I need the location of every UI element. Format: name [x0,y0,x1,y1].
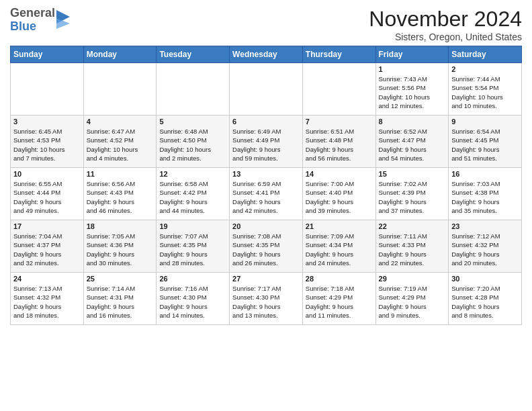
week-row-4: 24Sunrise: 7:13 AMSunset: 4:32 PMDayligh… [11,273,522,325]
cell-3-0: 17Sunrise: 7:04 AMSunset: 4:37 PMDayligh… [11,220,84,273]
day-number-1-0: 3 [13,118,81,126]
day-number-1-5: 8 [379,118,446,126]
day-info-1-1: Sunrise: 6:47 AMSunset: 4:52 PMDaylight:… [87,127,154,163]
day-number-2-5: 15 [379,170,446,178]
day-number-3-3: 20 [232,222,300,230]
day-number-3-5: 22 [379,222,446,230]
cell-3-4: 21Sunrise: 7:09 AMSunset: 4:34 PMDayligh… [302,220,375,273]
cell-0-5: 1Sunrise: 7:43 AMSunset: 5:56 PMDaylight… [375,63,449,116]
cell-1-0: 3Sunrise: 6:45 AMSunset: 4:53 PMDaylight… [11,116,84,168]
day-info-1-2: Sunrise: 6:48 AMSunset: 4:50 PMDaylight:… [159,127,226,163]
cell-2-1: 11Sunrise: 6:56 AMSunset: 4:43 PMDayligh… [83,168,157,220]
cell-2-2: 12Sunrise: 6:58 AMSunset: 4:42 PMDayligh… [157,168,230,220]
day-number-2-6: 16 [451,170,519,178]
day-number-1-1: 4 [87,118,154,126]
day-number-2-2: 12 [159,170,226,178]
cell-1-4: 7Sunrise: 6:51 AMSunset: 4:48 PMDaylight… [302,116,375,168]
day-number-1-3: 6 [232,118,300,126]
day-info-4-0: Sunrise: 7:13 AMSunset: 4:32 PMDaylight:… [13,284,81,320]
calendar-table: Sunday Monday Tuesday Wednesday Thursday… [10,46,522,325]
day-info-4-3: Sunrise: 7:17 AMSunset: 4:30 PMDaylight:… [232,284,300,320]
cell-2-3: 13Sunrise: 6:59 AMSunset: 4:41 PMDayligh… [230,168,303,220]
logo: General Blue [10,7,70,34]
cell-2-4: 14Sunrise: 7:00 AMSunset: 4:40 PMDayligh… [302,168,375,220]
header-row: Sunday Monday Tuesday Wednesday Thursday… [11,46,522,63]
day-number-3-1: 18 [87,222,154,230]
week-row-3: 17Sunrise: 7:04 AMSunset: 4:37 PMDayligh… [11,220,522,273]
header: General Blue November 2024 Sisters, Oreg… [10,7,522,42]
day-info-2-3: Sunrise: 6:59 AMSunset: 4:41 PMDaylight:… [232,179,300,215]
cell-4-5: 29Sunrise: 7:19 AMSunset: 4:29 PMDayligh… [375,273,449,325]
day-info-0-6: Sunrise: 7:44 AMSunset: 5:54 PMDaylight:… [451,75,519,110]
day-info-1-4: Sunrise: 6:51 AMSunset: 4:48 PMDaylight:… [306,127,373,163]
cell-4-3: 27Sunrise: 7:17 AMSunset: 4:30 PMDayligh… [230,273,303,325]
cell-3-1: 18Sunrise: 7:05 AMSunset: 4:36 PMDayligh… [83,220,157,273]
day-number-4-4: 28 [306,275,373,283]
cell-4-0: 24Sunrise: 7:13 AMSunset: 4:32 PMDayligh… [11,273,84,325]
day-number-3-6: 23 [451,222,519,230]
day-number-3-4: 21 [306,222,373,230]
day-info-4-4: Sunrise: 7:18 AMSunset: 4:29 PMDaylight:… [306,284,373,320]
day-info-3-5: Sunrise: 7:11 AMSunset: 4:33 PMDaylight:… [379,232,446,267]
cell-1-1: 4Sunrise: 6:47 AMSunset: 4:52 PMDaylight… [83,116,157,168]
cell-0-3 [230,63,303,116]
day-number-0-6: 2 [451,65,519,73]
month-title: November 2024 [369,7,522,32]
day-info-2-0: Sunrise: 6:55 AMSunset: 4:44 PMDaylight:… [13,179,81,215]
day-info-1-3: Sunrise: 6:49 AMSunset: 4:49 PMDaylight:… [232,127,300,163]
logo-icon [56,10,70,30]
logo-line2: Blue [10,20,55,34]
day-info-1-5: Sunrise: 6:52 AMSunset: 4:47 PMDaylight:… [379,127,446,163]
cell-2-5: 15Sunrise: 7:02 AMSunset: 4:39 PMDayligh… [375,168,449,220]
cell-1-3: 6Sunrise: 6:49 AMSunset: 4:49 PMDaylight… [230,116,303,168]
cell-0-4 [302,63,375,116]
day-number-2-4: 14 [306,170,373,178]
day-info-2-4: Sunrise: 7:00 AMSunset: 4:40 PMDaylight:… [306,179,373,215]
logo-text: General Blue [10,7,55,34]
day-info-3-2: Sunrise: 7:07 AMSunset: 4:35 PMDaylight:… [159,232,226,267]
cell-3-6: 23Sunrise: 7:12 AMSunset: 4:32 PMDayligh… [449,220,522,273]
day-number-1-2: 5 [159,118,226,126]
day-number-2-3: 13 [232,170,300,178]
cell-3-5: 22Sunrise: 7:11 AMSunset: 4:33 PMDayligh… [375,220,449,273]
col-friday: Friday [375,46,449,63]
cell-1-2: 5Sunrise: 6:48 AMSunset: 4:50 PMDaylight… [157,116,230,168]
cell-4-4: 28Sunrise: 7:18 AMSunset: 4:29 PMDayligh… [302,273,375,325]
col-tuesday: Tuesday [157,46,230,63]
main-container: General Blue November 2024 Sisters, Oreg… [0,0,532,328]
col-saturday: Saturday [449,46,522,63]
day-number-0-5: 1 [379,65,446,73]
cell-1-5: 8Sunrise: 6:52 AMSunset: 4:47 PMDaylight… [375,116,449,168]
cell-2-6: 16Sunrise: 7:03 AMSunset: 4:38 PMDayligh… [449,168,522,220]
day-info-4-5: Sunrise: 7:19 AMSunset: 4:29 PMDaylight:… [379,284,446,320]
day-number-4-2: 26 [159,275,226,283]
day-info-4-6: Sunrise: 7:20 AMSunset: 4:28 PMDaylight:… [451,284,519,320]
cell-4-2: 26Sunrise: 7:16 AMSunset: 4:30 PMDayligh… [157,273,230,325]
day-info-4-2: Sunrise: 7:16 AMSunset: 4:30 PMDaylight:… [159,284,226,320]
week-row-0: 1Sunrise: 7:43 AMSunset: 5:56 PMDaylight… [11,63,522,116]
day-number-2-1: 11 [87,170,154,178]
day-number-4-0: 24 [13,275,81,283]
week-row-1: 3Sunrise: 6:45 AMSunset: 4:53 PMDaylight… [11,116,522,168]
location: Sisters, Oregon, United States [369,32,522,42]
cell-4-6: 30Sunrise: 7:20 AMSunset: 4:28 PMDayligh… [449,273,522,325]
col-thursday: Thursday [302,46,375,63]
title-block: November 2024 Sisters, Oregon, United St… [369,7,522,42]
cell-4-1: 25Sunrise: 7:14 AMSunset: 4:31 PMDayligh… [83,273,157,325]
day-info-3-4: Sunrise: 7:09 AMSunset: 4:34 PMDaylight:… [306,232,373,267]
week-row-2: 10Sunrise: 6:55 AMSunset: 4:44 PMDayligh… [11,168,522,220]
cell-1-6: 9Sunrise: 6:54 AMSunset: 4:45 PMDaylight… [449,116,522,168]
day-number-4-3: 27 [232,275,300,283]
logo-line1: General [10,7,55,20]
day-number-1-4: 7 [306,118,373,126]
day-info-1-6: Sunrise: 6:54 AMSunset: 4:45 PMDaylight:… [451,127,519,163]
day-info-3-0: Sunrise: 7:04 AMSunset: 4:37 PMDaylight:… [13,232,81,267]
col-wednesday: Wednesday [230,46,303,63]
day-info-2-1: Sunrise: 6:56 AMSunset: 4:43 PMDaylight:… [87,179,154,215]
day-info-2-6: Sunrise: 7:03 AMSunset: 4:38 PMDaylight:… [451,179,519,215]
cell-0-0 [11,63,84,116]
cell-2-0: 10Sunrise: 6:55 AMSunset: 4:44 PMDayligh… [11,168,84,220]
day-number-4-6: 30 [451,275,519,283]
day-info-1-0: Sunrise: 6:45 AMSunset: 4:53 PMDaylight:… [13,127,81,163]
day-info-3-6: Sunrise: 7:12 AMSunset: 4:32 PMDaylight:… [451,232,519,267]
